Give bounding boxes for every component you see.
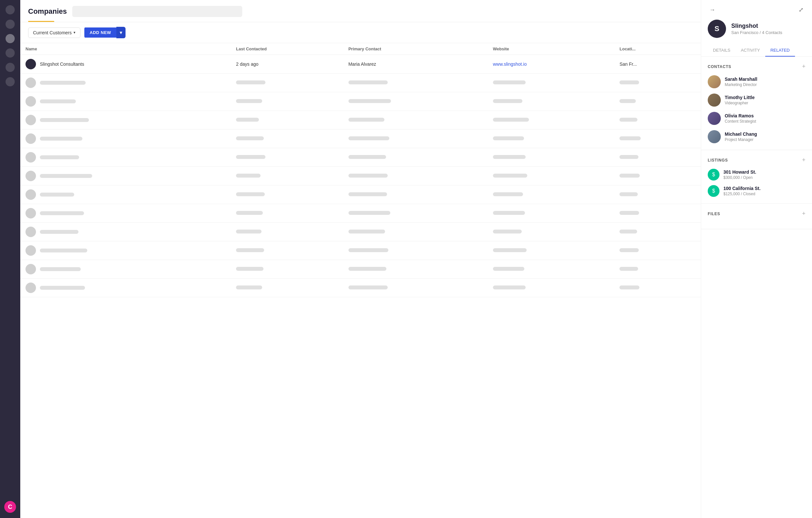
back-arrow-icon[interactable]: →	[708, 5, 717, 15]
skeleton	[348, 192, 387, 196]
company-avatar	[26, 171, 36, 181]
sidebar-item-6[interactable]	[5, 77, 15, 86]
sidebar: C	[0, 0, 20, 518]
skeleton	[493, 286, 526, 289]
skeleton-name	[40, 193, 74, 197]
sidebar-item-1[interactable]	[5, 5, 15, 15]
col-name: Name	[20, 43, 231, 55]
skeleton	[236, 211, 263, 215]
contact-item-olivia[interactable]: Olivia Ramos Content Strategist	[708, 112, 806, 125]
skeleton	[348, 81, 388, 84]
skeleton	[493, 230, 522, 233]
add-new-dropdown-arrow[interactable]: ▾	[116, 27, 125, 38]
tab-activity[interactable]: ACTIVITY	[735, 45, 765, 57]
listing-dollar-icon-2: $	[708, 185, 720, 197]
skeleton-name	[40, 118, 89, 122]
contact-item-sarah[interactable]: Sarah Marshall Marketing Director	[708, 75, 806, 88]
table-row[interactable]	[20, 241, 701, 260]
listing-item-howard[interactable]: $ 301 Howard St. $300,000 / Open	[708, 169, 806, 180]
add-new-button[interactable]: ADD NEW ▾	[84, 27, 125, 38]
contact-name-olivia: Olivia Ramos	[725, 113, 756, 118]
add-listing-icon[interactable]: +	[802, 156, 806, 164]
right-panel: → ⤢ S Slingshot San Francisco / 4 Contac…	[701, 0, 812, 518]
skeleton	[236, 155, 265, 159]
company-avatar	[26, 134, 36, 144]
skeleton	[348, 118, 384, 122]
skeleton	[236, 136, 264, 140]
skeleton	[493, 211, 525, 215]
tab-details[interactable]: DETAILS	[708, 45, 735, 57]
title-underline	[28, 21, 54, 22]
skeleton	[493, 248, 527, 252]
listing-dollar-icon-1: $	[708, 169, 720, 180]
add-file-icon[interactable]: +	[802, 210, 806, 217]
contact-info-olivia: Olivia Ramos Content Strategist	[725, 113, 756, 124]
skeleton	[348, 136, 389, 140]
company-avatar	[26, 227, 36, 237]
panel-header: S Slingshot San Francisco / 4 Contacts	[701, 20, 812, 45]
skeleton-name	[40, 99, 76, 103]
contact-role-sarah: Marketing Director	[725, 82, 757, 87]
skeleton	[348, 99, 391, 103]
primary-contact: Maria Alvarez	[343, 55, 488, 74]
table-row[interactable]	[20, 185, 701, 204]
table-row[interactable]	[20, 148, 701, 167]
contact-info-sarah: Sarah Marshall Marketing Director	[725, 77, 757, 87]
company-avatar	[26, 283, 36, 293]
table-row[interactable]	[20, 167, 701, 185]
panel-company-subtitle: San Francisco / 4 Contacts	[731, 30, 782, 35]
col-primary-contact: Primary Contact	[343, 43, 488, 55]
contact-avatar-michael	[708, 130, 721, 143]
skeleton	[493, 192, 523, 196]
skeleton	[619, 192, 638, 196]
skeleton	[236, 192, 265, 196]
search-bar[interactable]	[72, 6, 242, 17]
external-link-icon[interactable]: ⤢	[796, 5, 806, 15]
filter-button[interactable]: Current Customers ▾	[28, 27, 80, 38]
contact-info-timothy: Timothy Little Videographer	[725, 95, 755, 105]
tab-related[interactable]: RELATED	[765, 45, 795, 57]
skeleton	[348, 155, 386, 159]
table-row[interactable]	[20, 279, 701, 297]
add-contact-icon[interactable]: +	[802, 63, 806, 70]
col-location: Locati...	[614, 43, 701, 55]
listing-item-california[interactable]: $ 100 California St. $125,000 / Closed	[708, 185, 806, 197]
listing-info-howard: 301 Howard St. $300,000 / Open	[723, 169, 756, 180]
app-logo[interactable]: C	[4, 501, 16, 513]
contact-item-timothy[interactable]: Timothy Little Videographer	[708, 93, 806, 107]
table-row[interactable]: Slingshot Consultants 2 days ago Maria A…	[20, 55, 701, 74]
contact-role-olivia: Content Strategist	[725, 119, 756, 124]
sidebar-item-5[interactable]	[5, 63, 15, 72]
table-row[interactable]	[20, 111, 701, 130]
skeleton-name	[40, 230, 79, 234]
skeleton	[348, 211, 390, 215]
table-row[interactable]	[20, 260, 701, 279]
listings-section-header: LISTINGS +	[708, 156, 806, 164]
table-row[interactable]	[20, 204, 701, 223]
sidebar-item-4[interactable]	[5, 49, 15, 58]
last-contacted: 2 days ago	[231, 55, 343, 74]
sidebar-item-2[interactable]	[5, 20, 15, 29]
skeleton	[236, 267, 263, 271]
contact-name-timothy: Timothy Little	[725, 95, 755, 100]
listing-name-howard: 301 Howard St.	[723, 169, 756, 175]
table-row[interactable]	[20, 223, 701, 241]
contact-item-michael[interactable]: Michael Chang Project Manager	[708, 130, 806, 143]
website-link[interactable]: www.slingshot.io	[493, 61, 527, 67]
panel-nav: → ⤢	[701, 0, 812, 20]
listing-detail-california: $125,000 / Closed	[723, 192, 761, 196]
skeleton	[619, 118, 637, 122]
skeleton	[619, 136, 641, 140]
add-new-label[interactable]: ADD NEW	[84, 27, 116, 38]
skeleton-name	[40, 286, 85, 290]
skeleton-name	[40, 211, 84, 215]
table-row[interactable]	[20, 130, 701, 148]
panel-company-avatar: S	[708, 20, 726, 38]
table-row[interactable]	[20, 74, 701, 92]
sidebar-item-3[interactable]	[5, 34, 15, 43]
table-row[interactable]	[20, 92, 701, 111]
skeleton-name	[40, 137, 82, 141]
skeleton	[619, 99, 636, 103]
files-section: FILES +	[701, 204, 812, 229]
contact-avatar-olivia	[708, 112, 721, 125]
